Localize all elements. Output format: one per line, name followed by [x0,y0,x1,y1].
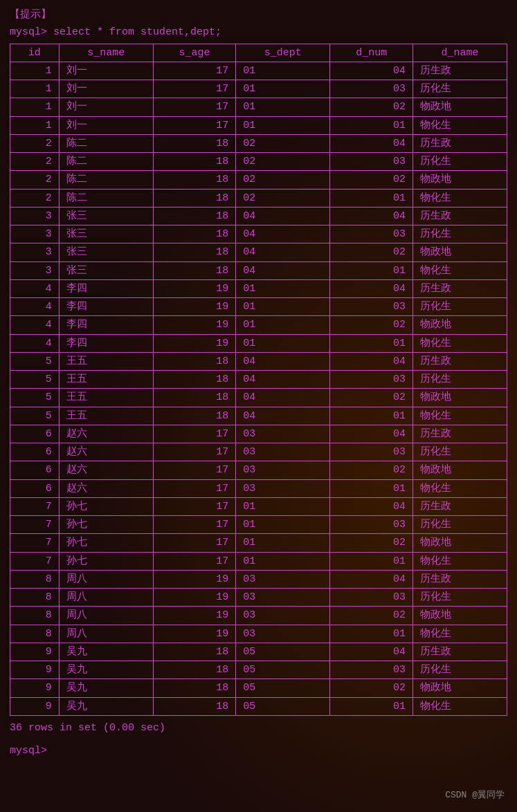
table-cell: 04 [236,371,330,389]
table-header-cell: s_name [59,44,153,62]
table-cell: 6 [10,443,60,461]
table-cell: 01 [236,497,330,515]
table-cell: 8 [10,607,60,625]
table-cell: 历生政 [412,352,507,370]
table-cell: 02 [330,98,413,116]
table-cell: 01 [330,625,413,643]
table-cell: 7 [10,552,60,570]
table-cell: 4 [10,298,60,316]
table-cell: 5 [10,389,60,407]
query-line: mysql> select * from student,dept; [10,24,507,40]
table-cell: 物政地 [412,534,507,552]
table-row: 1刘一170103历化生 [10,80,507,98]
table-cell: 3 [10,243,60,261]
table-row: 6赵六170301物化生 [10,479,507,497]
table-cell: 02 [236,134,330,152]
table-row: 8周八190303历化生 [10,589,507,607]
table-cell: 03 [236,425,330,443]
table-cell: 物化生 [412,552,507,570]
table-cell: 王五 [59,389,153,407]
table-row: 3张三180402物政地 [10,243,507,261]
table-cell: 物化生 [412,479,507,497]
table-cell: 18 [153,389,236,407]
table-cell: 02 [236,189,330,207]
table-cell: 05 [236,697,330,715]
table-cell: 张三 [59,225,153,243]
table-cell: 01 [330,407,413,425]
table-cell: 17 [153,497,236,515]
table-header-cell: id [10,44,60,62]
table-cell: 01 [330,116,413,134]
table-cell: 李四 [59,298,153,316]
table-cell: 03 [236,461,330,479]
table-cell: 01 [236,298,330,316]
table-cell: 03 [330,371,413,389]
table-row: 3张三180403历化生 [10,225,507,243]
table-cell: 01 [330,261,413,279]
table-cell: 物化生 [412,407,507,425]
table-cell: 04 [236,261,330,279]
table-cell: 吴九 [59,697,153,715]
table-cell: 王五 [59,371,153,389]
table-cell: 18 [153,225,236,243]
table-cell: 8 [10,625,60,643]
table-cell: 03 [330,516,413,534]
table-row: 9吴九180501物化生 [10,697,507,715]
table-cell: 3 [10,225,60,243]
footer-prompt-line: mysql> [10,743,507,759]
table-cell: 7 [10,534,60,552]
table-header-cell: d_num [330,44,413,62]
table-cell: 4 [10,279,60,297]
table-cell: 6 [10,479,60,497]
table-cell: 历化生 [412,298,507,316]
table-cell: 02 [330,461,413,479]
table-cell: 04 [330,134,413,152]
table-row: 5王五180404历生政 [10,352,507,370]
table-cell: 17 [153,479,236,497]
table-cell: 01 [236,116,330,134]
table-row: 4李四190102物政地 [10,316,507,334]
table-header-cell: d_name [412,44,507,62]
table-cell: 1 [10,80,60,98]
table-row: 7孙七170104历生政 [10,497,507,515]
table-cell: 物化生 [412,625,507,643]
table-cell: 01 [236,534,330,552]
table-cell: 2 [10,134,60,152]
table-cell: 04 [330,62,413,80]
table-cell: 17 [153,62,236,80]
table-cell: 04 [236,225,330,243]
table-cell: 6 [10,425,60,443]
table-row: 6赵六170303历化生 [10,443,507,461]
table-cell: 02 [236,153,330,171]
table-cell: 历化生 [412,661,507,679]
table-cell: 物化生 [412,189,507,207]
table-cell: 3 [10,261,60,279]
table-cell: 张三 [59,207,153,225]
table-row: 1刘一170104历生政 [10,62,507,80]
table-row: 2陈二180202物政地 [10,171,507,189]
table-cell: 17 [153,116,236,134]
table-cell: 04 [330,497,413,515]
table-cell: 物化生 [412,697,507,715]
table-row: 7孙七170101物化生 [10,552,507,570]
table-row: 4李四190101物化生 [10,334,507,352]
table-cell: 18 [153,371,236,389]
table-cell: 周八 [59,589,153,607]
table-row: 6赵六170302物政地 [10,461,507,479]
table-cell: 张三 [59,243,153,261]
table-cell: 张三 [59,261,153,279]
table-row: 2陈二180203历化生 [10,153,507,171]
table-cell: 物政地 [412,389,507,407]
table-cell: 物政地 [412,607,507,625]
table-cell: 周八 [59,570,153,588]
table-cell: 17 [153,80,236,98]
table-cell: 19 [153,334,236,352]
table-cell: 05 [236,661,330,679]
table-row: 5王五180403历化生 [10,371,507,389]
table-cell: 2 [10,153,60,171]
table-cell: 03 [236,479,330,497]
table-cell: 18 [153,243,236,261]
table-cell: 孙七 [59,497,153,515]
table-cell: 01 [236,80,330,98]
table-cell: 吴九 [59,679,153,697]
